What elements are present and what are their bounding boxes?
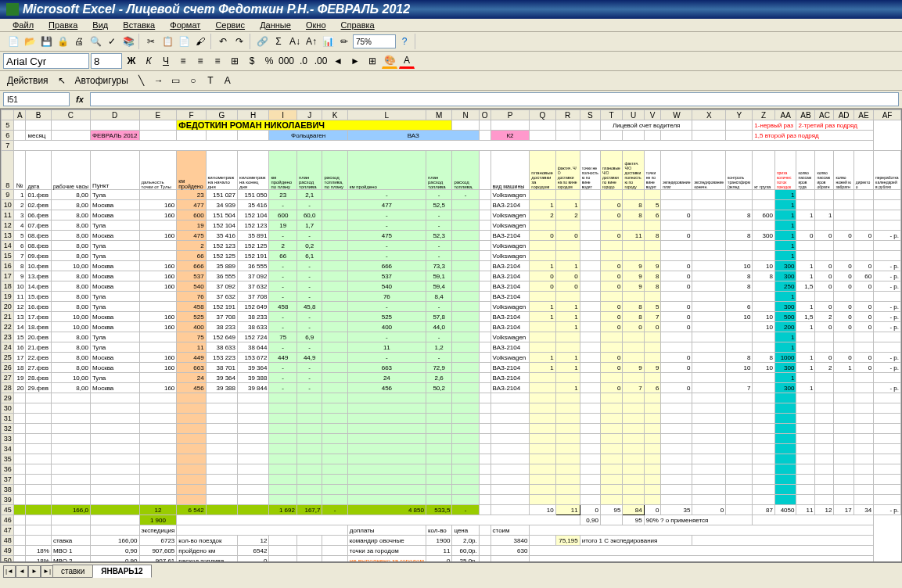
open-button[interactable]: 📂 bbox=[22, 34, 38, 49]
chart-button[interactable]: 📊 bbox=[320, 34, 336, 49]
menu-file[interactable]: Файл bbox=[6, 19, 40, 31]
col-header[interactable]: D bbox=[90, 110, 139, 120]
fill-color-button[interactable]: 🎨 bbox=[382, 53, 397, 69]
driver-name-cell[interactable]: ФЕДОТКИН РОМАН НИКОЛАЕВИЧ bbox=[177, 120, 452, 131]
row-header[interactable]: 50 bbox=[2, 556, 14, 563]
select-all-corner[interactable] bbox=[2, 110, 14, 120]
autosum-button[interactable]: Σ bbox=[271, 34, 286, 49]
row-header[interactable]: 33 bbox=[2, 434, 14, 444]
col-header[interactable]: T bbox=[600, 110, 623, 120]
tab-prev-button[interactable]: ◄ bbox=[16, 565, 28, 578]
row-header[interactable]: 26 bbox=[2, 363, 14, 373]
row-header[interactable]: 5 bbox=[2, 120, 14, 131]
row-header[interactable]: 16 bbox=[2, 261, 14, 271]
select-button[interactable]: ↖ bbox=[54, 73, 70, 88]
col-header[interactable]: V bbox=[644, 110, 661, 120]
zoom-input[interactable] bbox=[353, 34, 396, 48]
redo-button[interactable]: ↷ bbox=[232, 34, 247, 49]
spreadsheet-grid[interactable]: A B C D E F G H I J K L M N O P Q R S T … bbox=[1, 109, 901, 562]
underline-button[interactable]: Ч bbox=[158, 53, 174, 69]
row-header[interactable]: 35 bbox=[2, 454, 14, 464]
row-header[interactable]: 25 bbox=[2, 353, 14, 363]
vaz-header[interactable]: ВАЗ bbox=[347, 131, 479, 141]
merge-button[interactable]: ⊞ bbox=[227, 53, 243, 69]
col-header[interactable]: E bbox=[139, 110, 177, 120]
rect-button[interactable]: ▭ bbox=[168, 73, 184, 88]
cut-button[interactable]: ✂ bbox=[143, 34, 159, 49]
col-header[interactable]: X bbox=[692, 110, 726, 120]
line-button[interactable]: ╲ bbox=[134, 73, 149, 88]
hyperlink-button[interactable]: 🔗 bbox=[254, 34, 270, 49]
col-header[interactable]: AC bbox=[815, 110, 834, 120]
row-header[interactable]: 27 bbox=[2, 373, 14, 383]
row-header[interactable]: 49 bbox=[2, 546, 14, 556]
col-header[interactable]: A bbox=[14, 110, 26, 120]
font-size-input[interactable] bbox=[91, 53, 122, 69]
bold-button[interactable]: Ж bbox=[124, 53, 139, 69]
col-header[interactable]: B bbox=[26, 110, 51, 120]
row-header[interactable]: 39 bbox=[2, 495, 14, 505]
sort-desc-button[interactable]: A↑ bbox=[304, 34, 319, 49]
row-header[interactable]: 7 bbox=[2, 141, 14, 151]
row-header[interactable]: 46 bbox=[2, 515, 14, 525]
col-header[interactable]: O bbox=[479, 110, 491, 120]
fx-icon[interactable]: fx bbox=[70, 95, 90, 104]
research-button[interactable]: 📚 bbox=[120, 34, 136, 49]
row-header[interactable]: 32 bbox=[2, 424, 14, 434]
col-header[interactable]: R bbox=[555, 110, 580, 120]
permission-button[interactable]: 🔒 bbox=[55, 34, 70, 49]
paste-button[interactable]: 📄 bbox=[176, 34, 192, 49]
row-header[interactable]: 37 bbox=[2, 475, 14, 485]
col-header[interactable]: H bbox=[238, 110, 269, 120]
row-header[interactable]: 23 bbox=[2, 332, 14, 342]
col-header[interactable]: Y bbox=[726, 110, 753, 120]
row-header[interactable]: 20 bbox=[2, 302, 14, 312]
currency-button[interactable]: $ bbox=[244, 53, 260, 69]
col-header[interactable]: AF bbox=[874, 110, 901, 120]
col-header[interactable]: Z bbox=[753, 110, 775, 120]
inc-decimal-button[interactable]: .0 bbox=[296, 53, 311, 69]
sheet-tab-stavki[interactable]: ставки bbox=[52, 565, 93, 578]
col-header[interactable]: W bbox=[661, 110, 692, 120]
row-header[interactable]: 14 bbox=[2, 241, 14, 251]
col-header[interactable]: G bbox=[206, 110, 237, 120]
menu-view[interactable]: Вид bbox=[86, 19, 114, 31]
row-header[interactable]: 31 bbox=[2, 414, 14, 424]
align-center-button[interactable]: ≡ bbox=[192, 53, 208, 69]
dec-decimal-button[interactable]: .00 bbox=[313, 53, 329, 69]
col-header[interactable]: AD bbox=[834, 110, 853, 120]
actions-button[interactable]: Действия bbox=[3, 73, 52, 88]
drawing-button[interactable]: ✏ bbox=[336, 34, 352, 49]
formula-input[interactable] bbox=[90, 92, 899, 106]
help-button[interactable]: ? bbox=[397, 34, 412, 49]
col-header[interactable]: AA bbox=[774, 110, 796, 120]
menu-window[interactable]: Окно bbox=[300, 19, 332, 31]
row-header[interactable]: 48 bbox=[2, 536, 14, 546]
col-header[interactable]: M bbox=[426, 110, 451, 120]
row-header[interactable]: 17 bbox=[2, 271, 14, 281]
row-header[interactable]: 12 bbox=[2, 220, 14, 231]
col-header[interactable]: AE bbox=[853, 110, 873, 120]
col-header[interactable]: U bbox=[623, 110, 644, 120]
account-label[interactable]: Лицевой счет водителя bbox=[600, 120, 692, 131]
row-header[interactable]: 28 bbox=[2, 383, 14, 393]
menu-tools[interactable]: Сервис bbox=[209, 19, 251, 31]
month-cell[interactable]: ФЕВРАЛЬ 2012 bbox=[90, 131, 139, 141]
align-right-button[interactable]: ≡ bbox=[210, 53, 225, 69]
spell-button[interactable]: ✓ bbox=[104, 34, 120, 49]
menu-format[interactable]: Формат bbox=[164, 19, 207, 31]
row-header[interactable]: 15 bbox=[2, 251, 14, 261]
row-header[interactable]: 29 bbox=[2, 393, 14, 403]
font-name-input[interactable] bbox=[3, 53, 89, 69]
inc-indent-button[interactable]: ► bbox=[347, 53, 363, 69]
col-header[interactable]: AB bbox=[796, 110, 815, 120]
row-header[interactable]: 30 bbox=[2, 403, 14, 414]
borders-button[interactable]: ⊞ bbox=[365, 53, 380, 69]
name-box[interactable] bbox=[3, 92, 70, 106]
row-header[interactable]: 8 bbox=[2, 151, 14, 190]
print-button[interactable]: 🖨 bbox=[71, 34, 87, 49]
row-header[interactable]: 22 bbox=[2, 322, 14, 332]
row-header[interactable]: 47 bbox=[2, 525, 14, 536]
align-left-button[interactable]: ≡ bbox=[175, 53, 191, 69]
copy-button[interactable]: 📋 bbox=[160, 34, 175, 49]
